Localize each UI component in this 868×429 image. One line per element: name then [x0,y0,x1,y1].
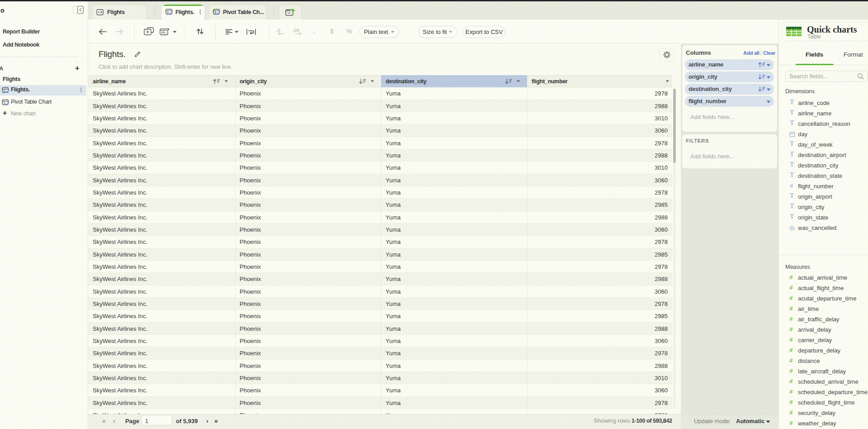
svg-text:.0: .0 [276,28,280,33]
svg-text:.00: .00 [292,28,299,33]
